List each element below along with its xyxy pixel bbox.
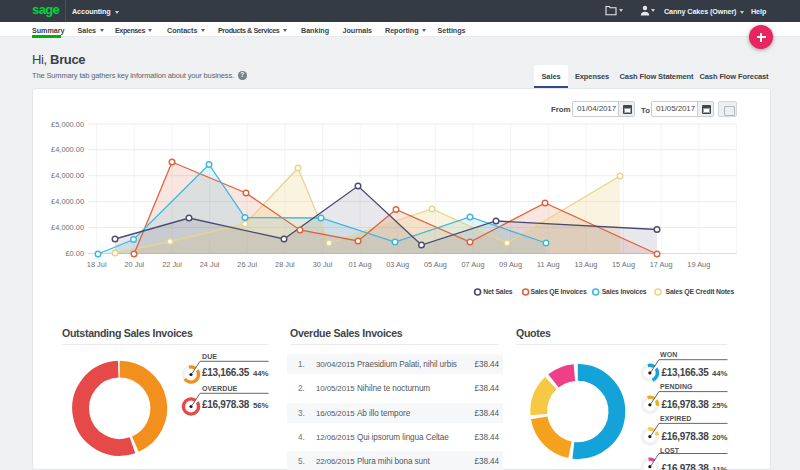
svg-text:£4,000.00: £4,000.00 xyxy=(51,197,84,206)
svg-text:£0.00: £0.00 xyxy=(66,249,85,258)
svg-text:13 Aug: 13 Aug xyxy=(574,260,597,269)
svg-text:£4,000.00: £4,000.00 xyxy=(51,171,84,180)
svg-text:26 Jul: 26 Jul xyxy=(237,260,257,269)
svg-text:18 Jul: 18 Jul xyxy=(87,260,107,269)
svg-text:28 Jul: 28 Jul xyxy=(275,260,295,269)
svg-text:Sales Invoices: Sales Invoices xyxy=(602,288,647,295)
svg-text:Sales QE Credit Notes: Sales QE Credit Notes xyxy=(666,288,735,296)
svg-text:20 Jul: 20 Jul xyxy=(124,260,144,269)
svg-text:15 Aug: 15 Aug xyxy=(612,260,635,269)
svg-text:30 Jul: 30 Jul xyxy=(313,260,333,269)
svg-text:22 Jul: 22 Jul xyxy=(162,260,182,269)
svg-text:Sales QE Invoices: Sales QE Invoices xyxy=(531,288,587,296)
svg-text:17 Aug: 17 Aug xyxy=(650,260,673,269)
svg-text:19 Aug: 19 Aug xyxy=(687,260,710,269)
svg-text:11 Aug: 11 Aug xyxy=(537,260,559,269)
svg-text:07 Aug: 07 Aug xyxy=(461,260,484,269)
svg-text:Net Sales: Net Sales xyxy=(483,288,513,295)
svg-text:01 Aug: 01 Aug xyxy=(349,260,372,269)
svg-text:03 Aug: 03 Aug xyxy=(386,260,409,269)
svg-text:09 Aug: 09 Aug xyxy=(499,260,522,269)
svg-text:24 Jul: 24 Jul xyxy=(200,260,220,269)
svg-text:£5,000.00: £5,000.00 xyxy=(51,120,84,129)
svg-text:£4,000.00: £4,000.00 xyxy=(51,145,84,154)
svg-text:05 Aug: 05 Aug xyxy=(424,260,447,269)
svg-text:£4,000.00: £4,000.00 xyxy=(51,223,84,232)
